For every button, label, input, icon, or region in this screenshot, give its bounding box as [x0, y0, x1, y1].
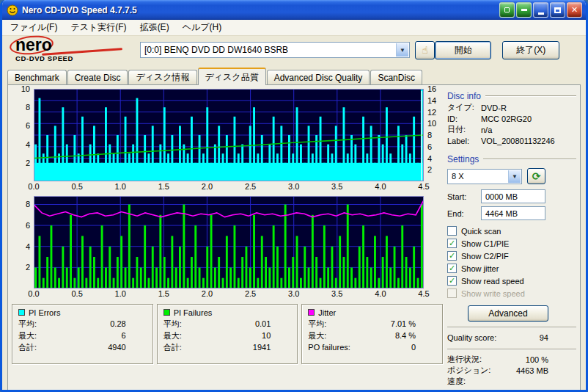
- jitter-swatch-icon: [308, 309, 315, 316]
- refresh-button[interactable]: ⟳: [527, 168, 545, 184]
- pi-errors-swatch-icon: [18, 309, 25, 316]
- tab-label: Benchmark: [15, 73, 59, 83]
- tab-strip: Benchmark Create Disc ディスク情報 ディスク品質 Adva…: [2, 65, 586, 84]
- stat-group-title: PI Failures: [174, 308, 213, 317]
- titlebar-green-button-1[interactable]: [499, 2, 515, 18]
- checkbox-show-c2-pif[interactable]: ✓Show C2/PIF: [447, 250, 576, 261]
- advanced-button-label: Advanced: [488, 308, 527, 319]
- stat-value: 0.01: [216, 319, 292, 328]
- end-position-field[interactable]: 4464 MB: [481, 206, 545, 220]
- stat-label: 平均:: [18, 319, 71, 330]
- disc-quality-page: 108642 161412108642 0.00.51.01.52.02.53.…: [7, 84, 581, 391]
- advanced-button[interactable]: Advanced: [468, 305, 548, 322]
- app-window: Nero CD-DVD Speed 4.7.7.5 ✕ ファイル(F) テスト実…: [0, 0, 588, 392]
- checkbox-label: Show write speed: [461, 289, 525, 298]
- stat-value: 0: [361, 343, 436, 352]
- maximize-button[interactable]: [550, 2, 565, 18]
- speed-label: 速度:: [447, 376, 466, 387]
- stat-value: 4940: [71, 343, 147, 352]
- stat-label: 最大:: [18, 330, 71, 341]
- divider: [447, 327, 576, 328]
- position-value: 4463 MB: [516, 366, 548, 375]
- charts-column: 108642 161412108642 0.00.51.01.52.02.53.…: [12, 89, 443, 387]
- drive-selector[interactable]: [0:0] BENQ DVD DD DW1640 BSRB ▼: [140, 42, 410, 58]
- pie-x-axis: 0.00.51.01.52.02.53.03.54.04.5: [34, 181, 424, 192]
- start-field-label: Start:: [447, 192, 481, 201]
- exit-button[interactable]: 終了(X): [502, 41, 559, 59]
- disc-date-label: 日付:: [447, 124, 481, 135]
- stat-group-title: Jitter: [318, 308, 336, 317]
- disc-type-label: タイプ:: [447, 102, 481, 113]
- checkbox-icon: [447, 288, 457, 298]
- pif-plot-area: [34, 196, 424, 288]
- checkbox-show-c1-pie[interactable]: ✓Show C1/PIE: [447, 238, 576, 249]
- refresh-icon: ⟳: [532, 170, 541, 182]
- tab-create-disc[interactable]: Create Disc: [67, 70, 128, 84]
- window-title: Nero CD-DVD Speed 4.7.7.5: [22, 5, 498, 15]
- hand-icon: ☝: [422, 44, 428, 56]
- checkbox-icon[interactable]: [447, 226, 457, 236]
- stat-group-title: PI Errors: [29, 308, 60, 317]
- pif-x-axis: 0.00.51.01.52.02.53.03.54.04.5: [34, 288, 424, 300]
- start-position-field[interactable]: 0000 MB: [481, 189, 545, 203]
- checkbox-icon[interactable]: ✓: [447, 264, 457, 273]
- tab-label: ディスク品質: [205, 71, 259, 84]
- tab-disc-info[interactable]: ディスク情報: [128, 70, 196, 84]
- stat-label: 合計:: [163, 342, 216, 353]
- menu-extra[interactable]: 拡張(E): [133, 20, 176, 35]
- stat-value: 7.01 %: [361, 319, 436, 328]
- scan-speed-selector[interactable]: 8 X ▼: [447, 169, 522, 184]
- end-field-label: End:: [447, 209, 481, 218]
- disc-label-label: Label:: [447, 137, 481, 145]
- nero-logo: nero CD-DVD SPEED: [8, 38, 140, 62]
- checkbox-label: Show C2/PIF: [461, 252, 509, 261]
- tab-advanced-disc-quality[interactable]: Advanced Disc Quality: [267, 70, 370, 84]
- pif-left-axis: 8642: [12, 196, 34, 288]
- chevron-down-icon[interactable]: ▼: [396, 43, 408, 57]
- tab-label: Advanced Disc Quality: [274, 73, 363, 83]
- menu-bar: ファイル(F) テスト実行(F) 拡張(E) ヘルプ(H): [2, 20, 586, 36]
- chevron-down-icon[interactable]: ▼: [508, 170, 521, 183]
- green-bar-icon: [521, 9, 527, 11]
- tab-benchmark[interactable]: Benchmark: [7, 70, 67, 84]
- maximize-icon: [554, 7, 561, 13]
- menu-help[interactable]: ヘルプ(H): [176, 20, 229, 35]
- checkbox-quick-scan[interactable]: Quick scan: [447, 225, 576, 236]
- menu-run-test[interactable]: テスト実行(F): [64, 20, 133, 35]
- progress-label: 進行状況:: [447, 354, 482, 365]
- quality-score-label: Quality score:: [447, 333, 540, 342]
- minimize-button[interactable]: [533, 2, 548, 18]
- disc-label-value: VOL_200801132246: [481, 137, 576, 145]
- logo-text: nero: [15, 38, 140, 52]
- checkbox-icon[interactable]: ✓: [447, 239, 457, 248]
- pie-plot-area: [34, 89, 424, 181]
- divider: [447, 349, 576, 350]
- start-button[interactable]: 開始: [435, 41, 492, 59]
- pi-errors-chart: 108642 161412108642 0.00.51.01.52.02.53.…: [12, 89, 443, 192]
- checkbox-show-read-speed[interactable]: ✓Show read speed: [447, 275, 576, 286]
- tab-scandisc[interactable]: ScanDisc: [370, 70, 422, 84]
- end-position-value: 4464 MB: [485, 209, 518, 218]
- close-button[interactable]: ✕: [567, 2, 582, 18]
- minimize-icon: [538, 12, 544, 15]
- checkbox-icon[interactable]: ✓: [447, 276, 457, 286]
- position-label: ポジション:: [447, 365, 490, 376]
- disc-date-value: n/a: [481, 126, 576, 134]
- start-position-value: 0000 MB: [485, 192, 518, 201]
- exit-button-label: 終了(X): [516, 44, 545, 57]
- titlebar-green-button-2[interactable]: [516, 2, 532, 18]
- logo-subtext: CD-DVD SPEED: [15, 54, 140, 62]
- disc-type-value: DVD-R: [481, 104, 576, 112]
- menu-file[interactable]: ファイル(F): [4, 20, 64, 35]
- stat-value: 0.28: [71, 319, 147, 328]
- checkbox-show-jitter[interactable]: ✓Show jitter: [447, 263, 576, 274]
- tab-label: Create Disc: [75, 73, 121, 83]
- header-divider: [483, 159, 576, 160]
- statistics-row: PI Errors 平均:0.28 最大:6 合計:4940 PI Failur…: [12, 304, 443, 364]
- checkbox-icon[interactable]: ✓: [447, 251, 457, 261]
- eject-tray-button[interactable]: ☝: [415, 41, 435, 59]
- tab-disc-quality[interactable]: ディスク品質: [198, 68, 266, 85]
- jitter-stats: Jitter 平均:7.01 % 最大:8.4 % PO failures:0: [301, 304, 443, 364]
- pi-failures-stats: PI Failures 平均:0.01 最大:10 合計:1941: [157, 304, 298, 364]
- stat-label: 合計:: [18, 342, 71, 353]
